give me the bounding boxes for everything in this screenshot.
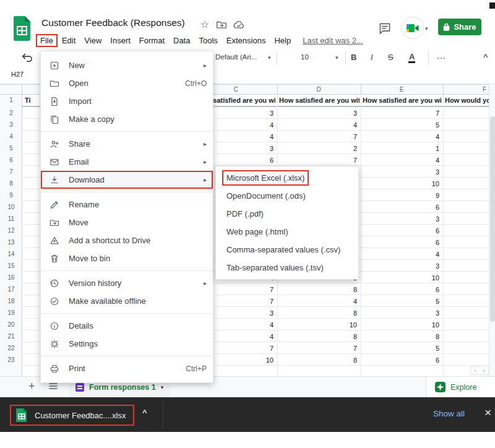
- cell-D6[interactable]: 7: [320, 157, 357, 164]
- meet-button[interactable]: ▾: [402, 17, 430, 39]
- menu-data[interactable]: Data: [169, 35, 194, 46]
- cell-C3[interactable]: 4: [236, 121, 273, 129]
- row-header-11[interactable]: 11: [0, 215, 22, 222]
- row-header-22[interactable]: 22: [0, 345, 22, 351]
- cell-E18[interactable]: 5: [402, 298, 439, 305]
- collapse-toolbar-button[interactable]: ^: [483, 52, 488, 61]
- cell-E14[interactable]: 4: [402, 251, 439, 258]
- file-menu-item-settings[interactable]: Settings: [41, 335, 213, 353]
- submenu-item-microsoft-excel-xlsx-[interactable]: Microsoft Excel (.xlsx): [216, 169, 358, 187]
- cell-E4[interactable]: 4: [402, 133, 439, 140]
- cell-E19[interactable]: 3: [402, 309, 439, 317]
- cell-D18[interactable]: 4: [320, 298, 357, 305]
- scroll-left-icon[interactable]: ‹: [475, 368, 476, 374]
- horizontal-scroll-buttons[interactable]: ‹ ›: [470, 366, 489, 375]
- close-download-bar-icon[interactable]: ×: [484, 406, 491, 420]
- row-header-6[interactable]: 6: [0, 157, 22, 163]
- italic-button[interactable]: I: [371, 53, 373, 62]
- menu-extensions[interactable]: Extensions: [222, 35, 270, 46]
- cell-C4[interactable]: 4: [236, 133, 273, 140]
- row-header-3[interactable]: 3: [0, 121, 22, 128]
- cell-C23[interactable]: 10: [236, 356, 273, 364]
- row-header-18[interactable]: 18: [0, 298, 22, 304]
- file-menu-item-email[interactable]: Email▸: [41, 153, 213, 171]
- row-header-12[interactable]: 12: [0, 227, 22, 234]
- cell-E2[interactable]: 7: [402, 110, 439, 117]
- cell-D19[interactable]: 8: [320, 309, 357, 317]
- row-header-14[interactable]: 14: [0, 251, 22, 257]
- row-header-21[interactable]: 21: [0, 333, 22, 340]
- cell-C6[interactable]: 6: [236, 157, 273, 164]
- row-header-13[interactable]: 13: [0, 239, 22, 246]
- cell-E20[interactable]: 10: [402, 321, 439, 329]
- cell-C19[interactable]: 3: [236, 309, 273, 317]
- row-header-17[interactable]: 17: [0, 286, 22, 293]
- file-menu-item-new[interactable]: New▸: [41, 56, 213, 74]
- vertical-scrollbar[interactable]: [489, 84, 495, 376]
- cloud-saved-icon[interactable]: [233, 19, 244, 30]
- move-folder-icon[interactable]: [216, 19, 227, 30]
- row-header-19[interactable]: 19: [0, 309, 22, 316]
- file-menu-item-import[interactable]: Import: [41, 92, 213, 110]
- menu-tools[interactable]: Tools: [194, 35, 222, 46]
- undo-icon[interactable]: [21, 52, 35, 64]
- cell-E13[interactable]: 6: [402, 239, 439, 246]
- cell-E3[interactable]: 5: [402, 121, 439, 129]
- cell-C5[interactable]: 3: [236, 145, 273, 152]
- row-header-9[interactable]: 9: [0, 192, 22, 199]
- column-header-f[interactable]: F: [483, 86, 486, 93]
- add-sheet-button[interactable]: +: [28, 380, 35, 393]
- file-menu-item-make-available-offline[interactable]: Make available offline: [41, 292, 213, 310]
- menu-insert[interactable]: Insert: [106, 35, 135, 46]
- cell-C18[interactable]: 7: [236, 298, 273, 305]
- cell-C20[interactable]: 4: [236, 321, 273, 329]
- submenu-item-comma-separated-values-csv-[interactable]: Comma-separated values (.csv): [216, 241, 358, 259]
- file-menu-item-add-a-shortcut-to-drive[interactable]: Add a shortcut to Drive: [41, 231, 213, 249]
- cell-E21[interactable]: 8: [402, 333, 439, 340]
- row-header-2[interactable]: 2: [0, 110, 22, 116]
- file-menu-item-rename[interactable]: Rename: [41, 196, 213, 213]
- cell-E9[interactable]: 9: [402, 192, 439, 199]
- menu-file[interactable]: File: [36, 34, 58, 47]
- file-menu-item-print[interactable]: PrintCtrl+P: [41, 360, 213, 377]
- cell-D4[interactable]: 7: [320, 133, 357, 140]
- cell-C2[interactable]: 3: [236, 110, 273, 117]
- cell-E12[interactable]: 6: [402, 227, 439, 235]
- submenu-item-pdf-pdf-[interactable]: PDF (.pdf): [216, 205, 358, 223]
- cell-E5[interactable]: 1: [402, 145, 439, 152]
- more-tools-button[interactable]: ...: [437, 51, 446, 61]
- last-edit-link[interactable]: Last edit was 2...: [303, 36, 363, 45]
- submenu-item-tab-separated-values-tsv-[interactable]: Tab-separated values (.tsv): [216, 259, 358, 277]
- strikethrough-button[interactable]: S: [388, 53, 394, 62]
- comment-icon[interactable]: [378, 22, 392, 35]
- cell-C21[interactable]: 4: [236, 333, 273, 340]
- cell-E15[interactable]: 3: [402, 262, 439, 270]
- text-color-button[interactable]: A: [408, 53, 415, 63]
- cell-E23[interactable]: 6: [402, 356, 439, 364]
- cell-D5[interactable]: 2: [320, 145, 357, 152]
- row-header-1[interactable]: 1: [0, 97, 22, 103]
- font-family-select[interactable]: Default (Ari...: [215, 53, 267, 61]
- explore-button[interactable]: Explore: [426, 377, 495, 397]
- cell-D1[interactable]: How satisfied are you wit: [279, 97, 359, 104]
- download-chevron-up-icon[interactable]: ^: [142, 408, 147, 417]
- row-header-4[interactable]: 4: [0, 133, 22, 140]
- row-header-20[interactable]: 20: [0, 321, 22, 328]
- cell-E10[interactable]: 6: [402, 204, 439, 211]
- name-box[interactable]: H27: [11, 71, 24, 78]
- cell-D3[interactable]: 4: [320, 121, 357, 129]
- row-header-5[interactable]: 5: [0, 145, 22, 152]
- file-menu-item-share[interactable]: Share▸: [41, 135, 213, 153]
- submenu-item-opendocument-ods-[interactable]: OpenDocument (.ods): [216, 187, 358, 205]
- cell-D17[interactable]: 8: [320, 286, 357, 293]
- select-all-corner[interactable]: [0, 85, 22, 95]
- cell-D21[interactable]: 8: [320, 333, 357, 340]
- file-menu-item-move[interactable]: Move: [41, 213, 213, 231]
- cell-E6[interactable]: 4: [402, 157, 439, 164]
- file-menu-item-open[interactable]: OpenCtrl+O: [41, 74, 213, 92]
- cell-D2[interactable]: 3: [320, 110, 357, 117]
- cell-D20[interactable]: 10: [320, 321, 357, 329]
- file-menu-item-version-history[interactable]: Version history▸: [41, 274, 213, 292]
- show-all-downloads-link[interactable]: Show all: [433, 409, 465, 418]
- menu-format[interactable]: Format: [135, 35, 169, 46]
